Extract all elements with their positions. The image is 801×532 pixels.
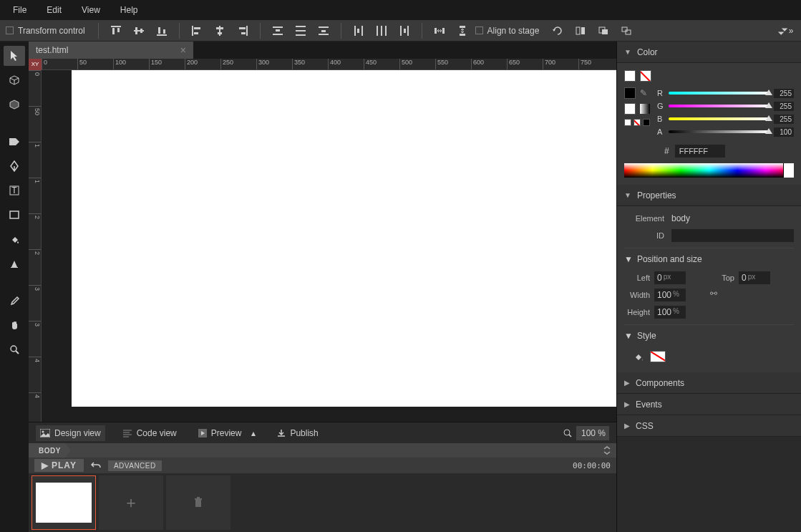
document-tab[interactable]: test.html × <box>29 42 193 59</box>
align-to-stage-checkbox[interactable]: Align to stage <box>475 26 540 36</box>
text-tool[interactable]: T <box>4 180 25 200</box>
distribute-left-icon[interactable] <box>349 23 369 39</box>
publish-button[interactable]: Publish <box>273 425 322 441</box>
svg-rect-44 <box>622 27 627 32</box>
ruler-horizontal[interactable]: 0501001502002503003504004505005506006507… <box>42 59 616 70</box>
distribute-bottom-icon[interactable] <box>314 23 334 39</box>
code-view-button[interactable]: Code view <box>118 425 181 441</box>
fill-color-swatch[interactable] <box>650 351 666 362</box>
menu-help[interactable]: Help <box>110 1 148 19</box>
gradient-icon[interactable] <box>640 104 650 114</box>
bucket-icon[interactable] <box>633 352 643 362</box>
design-view-button[interactable]: Design view <box>36 425 105 441</box>
r-value[interactable]: 255 <box>774 89 794 98</box>
select-tool[interactable] <box>4 46 25 66</box>
center-column: test.html × XY 0501001502002503003504004… <box>29 42 616 532</box>
zoom-input[interactable] <box>576 426 609 440</box>
fill-swatch[interactable] <box>624 70 636 82</box>
keyframe-1[interactable] <box>31 475 96 530</box>
swatch-linear[interactable] <box>624 103 636 115</box>
breadcrumb-body[interactable]: BODY <box>29 443 71 458</box>
menu-file[interactable]: File <box>3 1 37 19</box>
b-slider[interactable] <box>669 117 770 120</box>
r-slider[interactable] <box>669 92 770 95</box>
spacing-h-icon[interactable] <box>429 23 450 39</box>
css-panel-header[interactable]: ▶ CSS <box>617 415 801 437</box>
timeline-collapse-icon[interactable] <box>602 446 612 455</box>
spacing-v-icon[interactable] <box>452 23 472 39</box>
fill-tool[interactable] <box>4 229 25 249</box>
height-input[interactable]: 100 % <box>654 306 686 319</box>
advanced-button[interactable]: ADVANCED <box>108 460 162 471</box>
canvas-area[interactable]: XY 0501001502002503003504004505005506006… <box>29 59 616 422</box>
menu-edit[interactable]: Edit <box>37 1 72 19</box>
swatch-solid[interactable] <box>624 87 636 99</box>
g-value[interactable]: 255 <box>774 102 794 111</box>
components-panel-header[interactable]: ▶ Components <box>617 372 801 394</box>
align-hcenter-icon[interactable] <box>210 23 230 39</box>
preview-button[interactable]: Preview ▴ <box>194 425 261 441</box>
rectangle-tool[interactable] <box>4 205 25 225</box>
ungroup-icon[interactable] <box>616 23 636 39</box>
transform-control-checkbox[interactable]: Transform control <box>6 26 85 36</box>
id-input[interactable] <box>671 229 794 242</box>
tag-tool[interactable] <box>4 132 25 152</box>
top-input[interactable]: 0px <box>739 271 770 284</box>
menu-view[interactable]: View <box>72 1 110 19</box>
play-button[interactable]: ▶ PLAY <box>34 459 84 472</box>
distribute-top-icon[interactable] <box>268 23 288 39</box>
swap-colors-icon[interactable] <box>624 119 631 126</box>
3d-translate-tool[interactable] <box>4 95 25 115</box>
pencil-icon[interactable]: ✎ <box>640 88 647 98</box>
ruler-origin[interactable]: XY <box>29 59 42 70</box>
ruler-vertical[interactable]: 050112233445 <box>29 70 42 422</box>
add-keyframe-button[interactable]: ＋ <box>99 475 163 530</box>
undo-icon[interactable] <box>91 461 101 470</box>
flip-h-icon[interactable] <box>571 23 591 39</box>
distribute-right-icon[interactable] <box>394 23 414 39</box>
rotate-cw-icon[interactable] <box>548 23 568 39</box>
hand-tool[interactable] <box>4 315 25 335</box>
stage[interactable] <box>72 70 616 407</box>
svg-rect-63 <box>197 497 200 498</box>
svg-rect-31 <box>381 26 382 36</box>
b-value[interactable]: 255 <box>774 115 794 124</box>
g-slider[interactable] <box>669 105 770 107</box>
position-size-header[interactable]: ▼Position and size <box>624 254 794 264</box>
a-slider[interactable] <box>669 130 770 133</box>
zoom-tool[interactable] <box>4 339 25 359</box>
menu-bar: File Edit View Help <box>0 0 801 20</box>
hex-input[interactable] <box>675 145 725 158</box>
svg-rect-15 <box>246 26 248 36</box>
eyedropper-tool[interactable] <box>4 291 25 311</box>
align-right-icon[interactable] <box>233 23 253 39</box>
color-spectrum[interactable] <box>624 163 794 178</box>
delete-keyframe-button[interactable] <box>166 475 230 530</box>
triangle-right-icon: ▶ <box>624 379 630 387</box>
color-panel-body: ✎ R255 G255 B255 A100 # <box>617 63 801 185</box>
triangle-right-icon: ▶ <box>624 400 630 408</box>
align-top-icon[interactable] <box>106 23 126 39</box>
link-icon[interactable]: ⚯ <box>710 289 717 301</box>
distribute-hcenter-icon[interactable] <box>372 23 392 39</box>
pen-tool[interactable] <box>4 156 25 176</box>
3d-rotate-tool[interactable] <box>4 70 25 90</box>
events-panel-header[interactable]: ▶ Events <box>617 394 801 415</box>
stroke-swatch[interactable] <box>640 70 651 82</box>
tab-close-icon[interactable]: × <box>180 44 186 56</box>
distribute-vcenter-icon[interactable] <box>291 23 311 39</box>
left-input[interactable]: 0px <box>654 271 686 284</box>
svg-rect-32 <box>385 26 387 36</box>
toolbar-more-icon[interactable]: » <box>775 23 795 39</box>
svg-rect-37 <box>442 28 445 34</box>
width-input[interactable]: 100 % <box>654 289 686 301</box>
ink-tool[interactable] <box>4 253 25 274</box>
align-vcenter-icon[interactable] <box>129 23 149 39</box>
properties-panel-header[interactable]: ▼ Properties <box>617 185 801 206</box>
a-value[interactable]: 100 <box>774 127 794 137</box>
group-icon[interactable] <box>593 23 613 39</box>
style-header[interactable]: ▼Style <box>624 331 794 341</box>
color-panel-header[interactable]: ▼ Color <box>617 42 801 63</box>
align-bottom-icon[interactable] <box>152 23 172 39</box>
align-left-icon[interactable] <box>187 23 207 39</box>
